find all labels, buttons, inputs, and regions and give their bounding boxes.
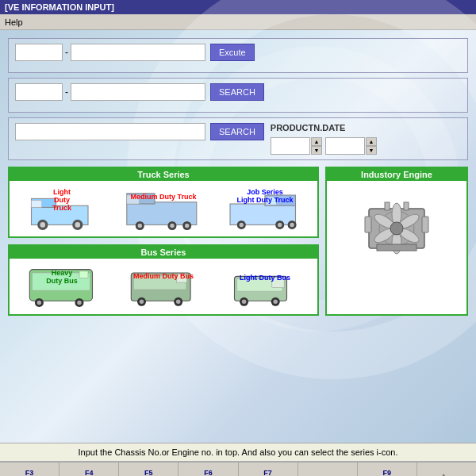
svg-point-23 — [290, 222, 294, 227]
svg-rect-57 — [377, 244, 416, 251]
industry-panel: Industory Engine — [325, 167, 468, 316]
date-spinner-from: ▲ ▼ — [271, 137, 322, 155]
fkey-f9-num: F9 — [383, 469, 392, 476]
model-search-button[interactable]: SEARCH — [210, 83, 264, 101]
date-to-input[interactable] — [325, 137, 365, 155]
proddate-section: SEARCH PRODUCTN.DATE ▲ ▼ — [8, 117, 468, 160]
proddate-left: SEARCH — [15, 123, 264, 140]
date-from-input[interactable] — [271, 137, 310, 155]
fkey-f6[interactable]: F6 Group CD input — [178, 463, 238, 476]
medium-bus-label: Medium Duty Bus — [114, 272, 213, 280]
main-content: - Excute - SEARCH SEARCH PRODUCTN.DATE — [0, 30, 476, 443]
proddate-search-button[interactable]: SEARCH — [210, 123, 264, 140]
svg-point-3 — [40, 222, 46, 228]
fkey-f7-num: F7 — [263, 469, 272, 476]
medium-duty-bus[interactable]: Medium Duty Bus — [114, 264, 213, 309]
info-message: Input the Chassis No.or Engine no. in to… — [79, 447, 398, 457]
svg-point-42 — [242, 299, 247, 304]
bus-panel-header: Bus Series — [10, 246, 317, 259]
light-duty-truck[interactable]: LightDutyTruck — [13, 186, 111, 232]
vehicle-panels: Truck Series — [8, 167, 468, 316]
truck-panel-header: Truck Series — [10, 168, 317, 181]
title-text: [VE INFORMATION INPUT] — [5, 2, 114, 12]
truck-panel-content: LightDutyTruck — [10, 181, 317, 236]
job-truck-label: Job SeriesLight Duty Truck — [216, 188, 314, 204]
proddate-input-row: SEARCH — [15, 123, 264, 140]
fkey-f6-num: F6 — [204, 469, 213, 476]
svg-point-30 — [77, 300, 82, 305]
industry-panel-header: Industory Engine — [327, 168, 466, 181]
date-to-up[interactable]: ▲ — [366, 137, 377, 146]
fkey-f4-num: F4 — [85, 469, 94, 476]
svg-point-21 — [278, 222, 282, 227]
bus-panel: Bus Series HeavyDuty Bus — [8, 244, 319, 316]
fkey-f5[interactable]: F5 Stored Data — [119, 463, 178, 476]
truck-panel: Truck Series — [8, 167, 319, 238]
svg-point-37 — [176, 299, 181, 304]
title-bar: [VE INFORMATION INPUT] — [0, 0, 476, 14]
model-search-section: - SEARCH — [8, 78, 468, 113]
execute-button[interactable]: Excute — [210, 44, 255, 61]
date-from-arrows: ▲ ▼ — [311, 137, 322, 155]
chassis-main-input[interactable] — [71, 44, 205, 61]
medium-bus-icon — [114, 264, 213, 308]
light-duty-bus[interactable]: Light Duty Bus — [216, 264, 314, 309]
info-bar: Input the Chassis No.or Engine no. in to… — [0, 443, 476, 462]
svg-rect-7 — [127, 202, 197, 225]
fkey-f9[interactable]: F9 Clear Screen — [358, 463, 417, 476]
svg-point-14 — [185, 223, 190, 228]
date-spinner-to: ▲ ▼ — [325, 137, 377, 155]
svg-point-10 — [138, 223, 143, 228]
light-truck-label: LightDutyTruck — [13, 188, 111, 212]
fkey-a-label: A... — [441, 473, 452, 476]
svg-rect-58 — [385, 202, 390, 210]
dash-1: - — [65, 47, 68, 58]
svg-rect-56 — [422, 217, 428, 232]
proddate-label: PRODUCTN.DATE — [271, 123, 377, 132]
date-to-down[interactable]: ▼ — [366, 146, 377, 155]
chassis-search-section: - Excute — [8, 38, 468, 73]
model-prefix-input[interactable] — [15, 83, 63, 101]
menu-bar: Help — [0, 14, 476, 30]
fkey-f4[interactable]: F4 Catalog List — [60, 463, 119, 476]
date-from-up[interactable]: ▲ — [311, 137, 322, 146]
svg-point-35 — [140, 299, 144, 304]
svg-point-19 — [240, 222, 244, 227]
svg-rect-55 — [365, 217, 371, 232]
date-to-arrows: ▲ ▼ — [366, 137, 377, 155]
medium-duty-truck[interactable]: Medium Duty Truck — [114, 186, 213, 232]
job-series-truck[interactable]: Job SeriesLight Duty Truck — [216, 186, 314, 232]
heavy-bus-label: HeavyDuty Bus — [13, 269, 111, 285]
left-panels: Truck Series — [8, 167, 319, 316]
chassis-row: - Excute — [15, 44, 461, 61]
menu-help[interactable]: Help — [5, 17, 23, 27]
heavy-duty-bus[interactable]: HeavyDuty Bus — [13, 264, 111, 309]
dash-2: - — [65, 86, 68, 98]
bus-panel-content: HeavyDuty Bus Medium Du — [10, 259, 317, 314]
proddate-row: SEARCH PRODUCTN.DATE ▲ ▼ — [15, 123, 461, 155]
industry-panel-content[interactable] — [327, 181, 466, 276]
svg-point-5 — [75, 222, 81, 228]
model-main-input[interactable] — [71, 83, 205, 101]
proddate-right: PRODUCTN.DATE ▲ ▼ ▲ ▼ — [271, 123, 377, 155]
engine-icon — [345, 189, 448, 268]
fkey-f8[interactable] — [298, 463, 358, 476]
fkey-a[interactable]: A... — [417, 463, 476, 476]
chassis-prefix-input[interactable] — [15, 44, 63, 61]
fkey-bar: F3 Multi-Search F4 Catalog List F5 Store… — [0, 462, 476, 476]
date-from-down[interactable]: ▼ — [311, 146, 322, 155]
svg-point-28 — [37, 300, 42, 305]
fkey-f7[interactable]: F7 Search History — [239, 463, 298, 476]
light-bus-label: Light Duty Bus — [216, 274, 314, 282]
model-row: - SEARCH — [15, 83, 461, 101]
svg-point-44 — [273, 299, 278, 304]
fkey-f3-num: F3 — [25, 469, 34, 476]
fkey-f3[interactable]: F3 Multi-Search — [0, 463, 60, 476]
proddate-input[interactable] — [15, 123, 205, 140]
light-bus-icon — [216, 264, 314, 308]
svg-point-54 — [390, 222, 403, 235]
svg-rect-59 — [404, 202, 409, 210]
medium-truck-label: Medium Duty Truck — [114, 193, 213, 201]
fkey-f5-num: F5 — [144, 469, 153, 476]
svg-point-12 — [170, 223, 175, 228]
